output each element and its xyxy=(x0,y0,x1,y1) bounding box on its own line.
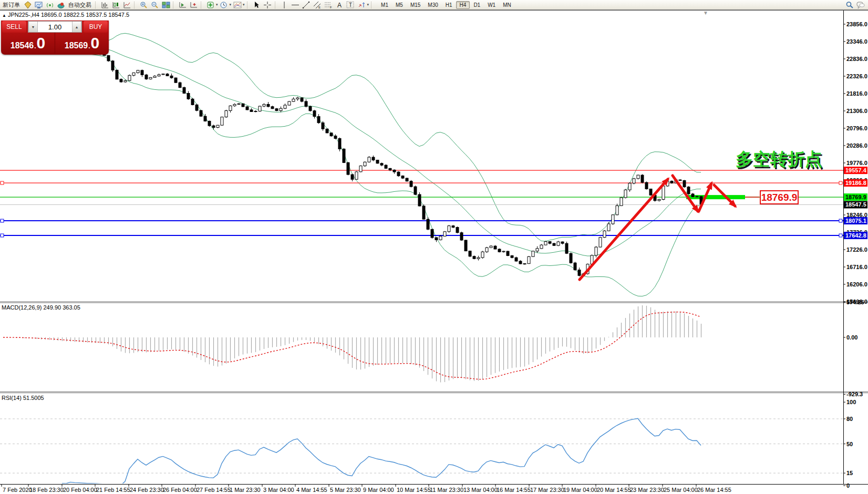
buy-price-frac: 0 xyxy=(91,36,100,50)
volume-input[interactable]: 1.00 xyxy=(38,22,72,32)
price-tag-annotation[interactable]: 18769.9 xyxy=(760,190,799,204)
horizontal-line-icon[interactable] xyxy=(290,1,301,9)
highlight-segment[interactable] xyxy=(686,195,745,199)
tf-button-M1[interactable]: M1 xyxy=(377,1,392,9)
mt4-window: 新订单自动交易▾▾▾EFAT▾M1M5M15M30H1H4D1W1MN 2385… xyxy=(0,0,868,494)
mql-editor-icon[interactable] xyxy=(22,1,33,9)
svg-text:18769.9: 18769.9 xyxy=(845,194,866,200)
fibonacci-icon[interactable]: F xyxy=(323,1,334,9)
text-icon[interactable]: A xyxy=(334,1,345,9)
auto-scroll-icon[interactable] xyxy=(177,1,188,9)
axis-price-tag-18075.1: 18075.1 xyxy=(844,217,867,224)
svg-text:19557.4: 19557.4 xyxy=(845,167,867,173)
tf-button-MN[interactable]: MN xyxy=(499,1,515,9)
svg-text:4 Mar 14:55: 4 Mar 14:55 xyxy=(296,487,327,493)
svg-text:T: T xyxy=(349,2,352,8)
text-label-icon[interactable]: T xyxy=(345,1,356,9)
tf-button-H4[interactable]: H4 xyxy=(456,1,470,9)
zoom-out-icon[interactable] xyxy=(149,1,160,9)
rsi-indicator-label: RSI(14) 51.5005 xyxy=(2,395,44,401)
sell-button[interactable]: SELL xyxy=(2,21,26,33)
templates-icon-caret[interactable]: ▾ xyxy=(243,3,245,7)
line-handle[interactable] xyxy=(1,234,4,237)
chart-surface[interactable]: 23856.023346.022836.022326.021816.021306… xyxy=(0,0,868,494)
svg-text:10 Mar 14:55: 10 Mar 14:55 xyxy=(397,487,431,493)
svg-text:18547.5: 18547.5 xyxy=(845,201,866,208)
sell-price-display[interactable]: 18546.0 xyxy=(1,33,55,54)
tf-button-D1[interactable]: D1 xyxy=(470,1,484,9)
line-handle[interactable] xyxy=(1,219,4,222)
symbol-ohlc-text: JPN225-,H4 18695.0 18822.5 18537.5 18547… xyxy=(8,12,129,18)
line-handle[interactable] xyxy=(839,181,842,184)
cursor-icon[interactable] xyxy=(251,1,262,9)
arrows-icon[interactable] xyxy=(356,1,367,9)
tf-button-M15[interactable]: M15 xyxy=(407,1,424,9)
candlestick-chart-icon[interactable] xyxy=(110,1,121,9)
bar-chart-icon[interactable] xyxy=(99,1,110,9)
chart-shift-marker-icon[interactable]: ▼ xyxy=(703,10,708,16)
svg-text:15: 15 xyxy=(846,470,853,476)
signals-icon[interactable] xyxy=(44,1,55,9)
volume-decrease-button[interactable]: ▼ xyxy=(28,22,38,32)
svg-text:18075.1: 18075.1 xyxy=(845,218,866,224)
tile-windows-icon[interactable] xyxy=(160,1,171,9)
line-handle[interactable] xyxy=(1,181,4,184)
line-handle[interactable] xyxy=(839,219,842,222)
crosshair-icon[interactable] xyxy=(262,1,273,9)
market-watch-icon[interactable] xyxy=(33,1,44,9)
buy-price-dot: . xyxy=(88,43,90,50)
svg-text:7 Feb 2020: 7 Feb 2020 xyxy=(3,487,32,493)
line-chart-icon[interactable] xyxy=(121,1,132,9)
sell-price-dot: . xyxy=(34,43,36,50)
svg-text:21306.0: 21306.0 xyxy=(846,108,867,114)
svg-text:23856.0: 23856.0 xyxy=(846,21,867,27)
svg-text:27 Feb 14:55: 27 Feb 14:55 xyxy=(197,487,231,493)
line-handle[interactable] xyxy=(839,234,842,237)
trendline-icon[interactable] xyxy=(301,1,312,9)
templates-icon[interactable] xyxy=(232,1,243,9)
svg-text:16206.0: 16206.0 xyxy=(846,281,867,287)
svg-text:25 Mar 04:00: 25 Mar 04:00 xyxy=(664,487,698,493)
svg-text:26 Mar 14:55: 26 Mar 14:55 xyxy=(697,487,731,493)
symbol-ohlc-line: ▲JPN225-,H4 18695.0 18822.5 18537.5 1854… xyxy=(2,12,129,18)
svg-text:1 Mar 23:30: 1 Mar 23:30 xyxy=(230,487,261,493)
chat-icon[interactable] xyxy=(855,1,866,9)
volume-increase-button[interactable]: ▲ xyxy=(72,22,81,32)
chart-shift-icon[interactable] xyxy=(188,1,199,9)
turning-point-annotation[interactable]: 多空转折点 xyxy=(736,148,822,171)
channel-icon[interactable]: E xyxy=(312,1,323,9)
vertical-line-icon[interactable] xyxy=(279,1,290,9)
search-icon[interactable] xyxy=(844,1,855,9)
axis-price-tag-17642.8: 17642.8 xyxy=(844,232,867,239)
svg-text:574.25: 574.25 xyxy=(846,299,864,305)
svg-text:22836.0: 22836.0 xyxy=(846,56,867,62)
svg-text:A: A xyxy=(337,2,342,9)
buy-price-display[interactable]: 18569.0 xyxy=(55,33,109,54)
svg-text:E: E xyxy=(318,6,321,9)
tf-button-M5[interactable]: M5 xyxy=(392,1,407,9)
tf-button-W1[interactable]: W1 xyxy=(484,1,499,9)
periods-icon[interactable] xyxy=(219,1,230,9)
indicators-icon[interactable] xyxy=(205,1,216,9)
autotrading-button[interactable]: 自动交易 xyxy=(66,1,94,9)
toolbar-separator xyxy=(95,2,98,8)
autotrading-icon[interactable] xyxy=(55,1,66,9)
periods-icon-caret[interactable]: ▾ xyxy=(230,3,232,7)
zoom-in-icon[interactable] xyxy=(138,1,149,9)
indicators-icon-caret[interactable]: ▾ xyxy=(216,3,218,7)
toolbar-separator xyxy=(201,2,203,8)
new-order-button[interactable]: 新订单 xyxy=(1,1,22,9)
tf-button-H1[interactable]: H1 xyxy=(442,1,456,9)
tf-button-M30[interactable]: M30 xyxy=(424,1,441,9)
axis-price-tag-19557.4: 19557.4 xyxy=(844,167,867,174)
svg-text:5 Mar 23:30: 5 Mar 23:30 xyxy=(330,487,361,493)
sell-price-main: 18546 xyxy=(11,41,34,50)
symbol-marker-icon: ▲ xyxy=(2,13,6,18)
svg-text:21 Feb 14:55: 21 Feb 14:55 xyxy=(96,487,130,493)
arrows-icon-caret[interactable]: ▾ xyxy=(367,3,369,7)
toolbar-separator xyxy=(134,2,137,8)
toolbar-separator xyxy=(173,2,175,8)
buy-button[interactable]: BUY xyxy=(84,21,108,33)
svg-text:17 Mar 23:30: 17 Mar 23:30 xyxy=(530,487,564,493)
time-axis[interactable]: 7 Feb 202018 Feb 23:3020 Feb 04:0021 Feb… xyxy=(2,485,731,493)
